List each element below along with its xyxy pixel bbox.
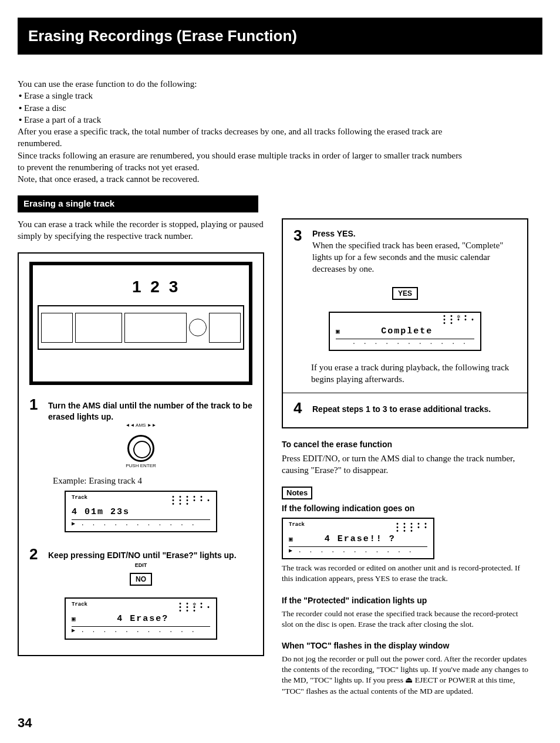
note3-head: When "TOC" flashes in the display window [282, 640, 528, 651]
intro-para: Note, that once erased, a track cannot b… [18, 173, 464, 185]
intro-para: After you erase a specific track, the to… [18, 126, 464, 150]
step-2: 2 Keep pressing EDIT/NO until "Erase?" l… [29, 546, 252, 562]
notes-label: Notes [282, 487, 312, 499]
intro-bullet: Erase a disc [19, 102, 464, 114]
lcd-dots: • • ✲ • • • • • • • • [443, 315, 474, 326]
lcd-display-3: • • ✲ • • • • • • • • ▣ Complete . . . .… [329, 312, 481, 351]
lcd-display-note: Track • • • • • • • • • • • • • ▣ 4 Eras… [282, 518, 434, 560]
note2-text: The recorder could not erase the specifi… [282, 609, 528, 630]
lcd-main: 4 Erase!! ? [293, 533, 427, 545]
intro-block: You can use the erase function to do the… [18, 78, 464, 185]
intro-lead: You can use the erase function to do the… [18, 78, 464, 90]
step-number: 2 [29, 546, 42, 562]
lcd-dots: • • • • • • • • • • • • • [396, 523, 427, 533]
erase-note: You can erase a track while the recorder… [18, 218, 264, 242]
step-1: 1 Turn the AMS dial until the number of … [29, 397, 252, 423]
page-title: Erasing Recordings (Erase Function) [18, 18, 542, 55]
yes-button-icon: YES [392, 287, 418, 300]
step-text: Keep pressing EDIT/NO until "Erase?" lig… [48, 546, 237, 561]
no-button-icon: NO [130, 573, 152, 586]
dial-bottom-label: PUSH ENTER [29, 463, 252, 470]
dial-top-label: ◄◄ AMS ►► [29, 423, 252, 429]
note2-head: If the "Protected" indication lights up [282, 595, 528, 606]
example-label: Example: Erasing track 4 [53, 475, 252, 487]
intro-bullet: Erase a part of a track [19, 114, 464, 126]
device-step-markers: 1 2 3 [132, 276, 180, 298]
device-illustration: 1 2 3 [29, 262, 252, 385]
step-number: 3 [294, 228, 306, 243]
note1-text: The track was recorded or edited on anot… [282, 563, 528, 584]
step-text: Repeat steps 1 to 3 to erase additional … [312, 400, 491, 415]
step-4: 4 Repeat steps 1 to 3 to erase additiona… [294, 400, 517, 416]
lcd-main: 4 Erase? [76, 613, 210, 625]
step-number: 1 [29, 397, 42, 412]
step-text: Turn the AMS dial until the number of th… [48, 397, 252, 423]
step-sub: When the specified track has been erased… [312, 241, 503, 274]
ams-dial-icon [127, 435, 154, 462]
note1-head: If the following indication goes on [282, 503, 528, 514]
lcd-dots: • • ✲ • • • • • • • • • [178, 603, 210, 613]
lcd-display-1: Track • • • • • • • • • • • • • • 4 01m … [65, 491, 217, 533]
step-head: Press YES. [312, 225, 356, 238]
page-number: 34 [18, 714, 542, 732]
note3-text: Do not jog the recorder or pull out the … [282, 654, 528, 697]
step-number: 4 [294, 400, 306, 416]
lcd-main: Complete [340, 326, 474, 337]
step3-after: If you erase a track during playback, th… [311, 362, 517, 386]
edit-label: EDIT [29, 562, 252, 569]
step-3: 3 Press YES. When the specified track ha… [294, 228, 517, 275]
subheading-bar: Erasing a single track [18, 195, 258, 212]
intro-para: Since tracks following an erasure are re… [18, 150, 464, 174]
cancel-text: Press EDIT/NO, or turn the AMS dial to c… [282, 452, 528, 477]
cancel-head: To cancel the erase function [282, 439, 528, 450]
lcd-main: 4 01m 23s [72, 506, 130, 518]
right-step-box: 3 Press YES. When the specified track ha… [282, 218, 528, 428]
intro-bullet: Erase a single track [19, 90, 464, 102]
lcd-dots: • • • • • • • • • • • • • • [171, 496, 210, 506]
lcd-display-2: Track • • ✲ • • • • • • • • • ▣ 4 Erase?… [65, 597, 217, 640]
left-step-box: 1 2 3 1 Turn the AMS dial until the numb… [18, 252, 264, 656]
